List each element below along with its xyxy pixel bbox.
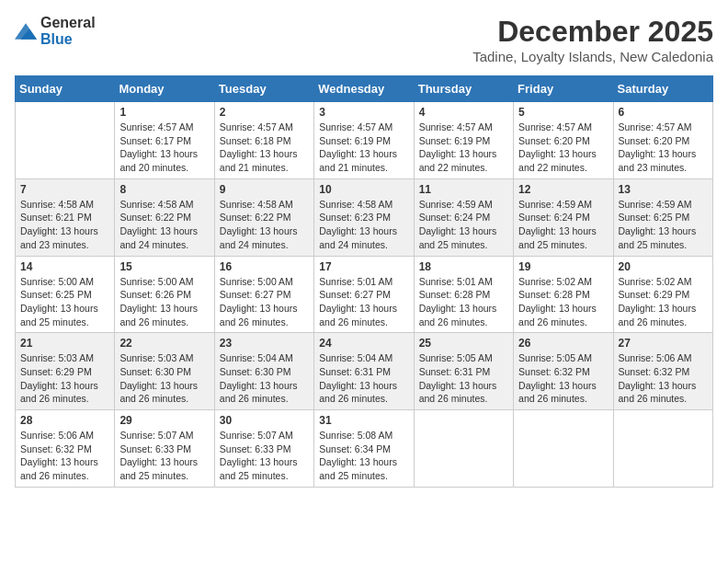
day-info: Sunrise: 4:58 AM Sunset: 6:21 PM Dayligh… — [20, 198, 109, 252]
weekday-header-monday: Monday — [115, 76, 214, 102]
calendar-cell: 13Sunrise: 4:59 AM Sunset: 6:25 PM Dayli… — [613, 178, 712, 256]
calendar-cell: 7Sunrise: 4:58 AM Sunset: 6:21 PM Daylig… — [16, 178, 115, 256]
logo-blue: Blue — [40, 31, 73, 47]
day-number: 17 — [319, 260, 408, 273]
calendar-cell: 1Sunrise: 4:57 AM Sunset: 6:17 PM Daylig… — [115, 102, 214, 179]
day-info: Sunrise: 5:06 AM Sunset: 6:32 PM Dayligh… — [20, 429, 109, 483]
calendar-week-row: 14Sunrise: 5:00 AM Sunset: 6:25 PM Dayli… — [16, 256, 713, 333]
day-info: Sunrise: 4:57 AM Sunset: 6:20 PM Dayligh… — [518, 121, 608, 175]
weekday-header-friday: Friday — [514, 76, 613, 102]
day-number: 20 — [619, 260, 708, 273]
calendar-cell — [514, 410, 613, 488]
day-info: Sunrise: 4:57 AM Sunset: 6:20 PM Dayligh… — [619, 121, 708, 175]
day-info: Sunrise: 4:57 AM Sunset: 6:18 PM Dayligh… — [220, 121, 309, 175]
calendar-cell: 30Sunrise: 5:07 AM Sunset: 6:33 PM Dayli… — [214, 410, 313, 488]
day-info: Sunrise: 5:03 AM Sunset: 6:29 PM Dayligh… — [20, 351, 109, 406]
logo-general: General — [40, 15, 96, 30]
calendar-cell: 15Sunrise: 5:00 AM Sunset: 6:26 PM Dayli… — [115, 256, 214, 333]
calendar-table: SundayMondayTuesdayWednesdayThursdayFrid… — [15, 75, 713, 488]
day-number: 1 — [119, 106, 209, 119]
day-info: Sunrise: 5:04 AM Sunset: 6:30 PM Dayligh… — [220, 351, 309, 406]
day-info: Sunrise: 5:05 AM Sunset: 6:31 PM Dayligh… — [419, 351, 508, 406]
day-number: 15 — [119, 260, 209, 273]
calendar-header-row: SundayMondayTuesdayWednesdayThursdayFrid… — [16, 76, 713, 102]
calendar-week-row: 21Sunrise: 5:03 AM Sunset: 6:29 PM Dayli… — [16, 333, 713, 410]
day-info: Sunrise: 5:00 AM Sunset: 6:26 PM Dayligh… — [119, 275, 209, 329]
weekday-header-saturday: Saturday — [613, 76, 712, 102]
day-number: 23 — [220, 337, 309, 350]
day-number: 13 — [619, 183, 708, 196]
calendar-cell: 27Sunrise: 5:06 AM Sunset: 6:32 PM Dayli… — [613, 333, 712, 410]
day-info: Sunrise: 5:02 AM Sunset: 6:29 PM Dayligh… — [619, 275, 708, 329]
calendar-cell: 31Sunrise: 5:08 AM Sunset: 6:34 PM Dayli… — [314, 410, 414, 488]
calendar-cell: 12Sunrise: 4:59 AM Sunset: 6:24 PM Dayli… — [514, 178, 613, 256]
day-info: Sunrise: 4:57 AM Sunset: 6:17 PM Dayligh… — [119, 121, 209, 175]
day-number: 26 — [518, 337, 608, 350]
calendar-cell: 11Sunrise: 4:59 AM Sunset: 6:24 PM Dayli… — [414, 178, 513, 256]
calendar-cell: 4Sunrise: 4:57 AM Sunset: 6:19 PM Daylig… — [414, 102, 513, 179]
calendar-cell: 17Sunrise: 5:01 AM Sunset: 6:27 PM Dayli… — [314, 256, 414, 333]
calendar-cell: 23Sunrise: 5:04 AM Sunset: 6:30 PM Dayli… — [214, 333, 313, 410]
calendar-cell: 10Sunrise: 4:58 AM Sunset: 6:23 PM Dayli… — [314, 178, 414, 256]
day-number: 30 — [220, 414, 309, 427]
day-info: Sunrise: 4:58 AM Sunset: 6:22 PM Dayligh… — [220, 198, 309, 252]
calendar-cell: 21Sunrise: 5:03 AM Sunset: 6:29 PM Dayli… — [16, 333, 115, 410]
calendar-cell: 20Sunrise: 5:02 AM Sunset: 6:29 PM Dayli… — [613, 256, 712, 333]
calendar-week-row: 28Sunrise: 5:06 AM Sunset: 6:32 PM Dayli… — [16, 410, 713, 488]
day-number: 21 — [20, 337, 109, 350]
day-info: Sunrise: 5:01 AM Sunset: 6:28 PM Dayligh… — [419, 275, 508, 329]
calendar-cell: 3Sunrise: 4:57 AM Sunset: 6:19 PM Daylig… — [314, 102, 414, 179]
calendar-cell: 16Sunrise: 5:00 AM Sunset: 6:27 PM Dayli… — [214, 256, 313, 333]
day-number: 12 — [518, 183, 608, 196]
calendar-cell: 26Sunrise: 5:05 AM Sunset: 6:32 PM Dayli… — [514, 333, 613, 410]
day-number: 14 — [20, 260, 109, 273]
calendar-cell: 22Sunrise: 5:03 AM Sunset: 6:30 PM Dayli… — [115, 333, 214, 410]
day-number: 16 — [220, 260, 309, 273]
logo: General Blue — [15, 15, 96, 48]
day-info: Sunrise: 5:07 AM Sunset: 6:33 PM Dayligh… — [220, 429, 309, 483]
calendar-week-row: 7Sunrise: 4:58 AM Sunset: 6:21 PM Daylig… — [16, 178, 713, 256]
day-number: 9 — [220, 183, 309, 196]
calendar-cell: 14Sunrise: 5:00 AM Sunset: 6:25 PM Dayli… — [16, 256, 115, 333]
calendar-cell: 28Sunrise: 5:06 AM Sunset: 6:32 PM Dayli… — [16, 410, 115, 488]
day-info: Sunrise: 5:03 AM Sunset: 6:30 PM Dayligh… — [119, 351, 209, 406]
day-info: Sunrise: 5:00 AM Sunset: 6:25 PM Dayligh… — [20, 275, 109, 329]
day-info: Sunrise: 4:58 AM Sunset: 6:22 PM Dayligh… — [119, 198, 209, 252]
calendar-cell — [414, 410, 513, 488]
calendar-cell: 6Sunrise: 4:57 AM Sunset: 6:20 PM Daylig… — [613, 102, 712, 179]
day-info: Sunrise: 4:59 AM Sunset: 6:24 PM Dayligh… — [518, 198, 608, 252]
calendar-cell: 9Sunrise: 4:58 AM Sunset: 6:22 PM Daylig… — [214, 178, 313, 256]
calendar-cell: 19Sunrise: 5:02 AM Sunset: 6:28 PM Dayli… — [514, 256, 613, 333]
day-info: Sunrise: 4:58 AM Sunset: 6:23 PM Dayligh… — [319, 198, 408, 252]
day-info: Sunrise: 5:00 AM Sunset: 6:27 PM Dayligh… — [220, 275, 309, 329]
day-number: 28 — [20, 414, 109, 427]
calendar-cell: 8Sunrise: 4:58 AM Sunset: 6:22 PM Daylig… — [115, 178, 214, 256]
day-info: Sunrise: 5:06 AM Sunset: 6:32 PM Dayligh… — [619, 351, 708, 406]
day-number: 7 — [20, 183, 109, 196]
day-number: 31 — [319, 414, 408, 427]
day-number: 25 — [419, 337, 508, 350]
day-number: 29 — [119, 414, 209, 427]
calendar-cell: 2Sunrise: 4:57 AM Sunset: 6:18 PM Daylig… — [214, 102, 313, 179]
calendar-cell: 25Sunrise: 5:05 AM Sunset: 6:31 PM Dayli… — [414, 333, 513, 410]
weekday-header-wednesday: Wednesday — [314, 76, 414, 102]
day-info: Sunrise: 5:08 AM Sunset: 6:34 PM Dayligh… — [319, 429, 408, 483]
day-info: Sunrise: 5:04 AM Sunset: 6:31 PM Dayligh… — [319, 351, 408, 406]
day-number: 22 — [119, 337, 209, 350]
weekday-header-sunday: Sunday — [16, 76, 115, 102]
day-info: Sunrise: 4:59 AM Sunset: 6:24 PM Dayligh… — [419, 198, 508, 252]
calendar-cell: 29Sunrise: 5:07 AM Sunset: 6:33 PM Dayli… — [115, 410, 214, 488]
day-number: 2 — [220, 106, 309, 119]
day-info: Sunrise: 4:57 AM Sunset: 6:19 PM Dayligh… — [319, 121, 408, 175]
day-info: Sunrise: 5:02 AM Sunset: 6:28 PM Dayligh… — [518, 275, 608, 329]
location-title: Tadine, Loyalty Islands, New Caledonia — [472, 49, 713, 64]
calendar-week-row: 1Sunrise: 4:57 AM Sunset: 6:17 PM Daylig… — [16, 102, 713, 179]
day-number: 5 — [518, 106, 608, 119]
day-number: 18 — [419, 260, 508, 273]
day-info: Sunrise: 5:05 AM Sunset: 6:32 PM Dayligh… — [518, 351, 608, 406]
day-info: Sunrise: 5:07 AM Sunset: 6:33 PM Dayligh… — [119, 429, 209, 483]
calendar-cell: 24Sunrise: 5:04 AM Sunset: 6:31 PM Dayli… — [314, 333, 414, 410]
day-number: 3 — [319, 106, 408, 119]
month-title: December 2025 — [472, 15, 713, 49]
day-number: 11 — [419, 183, 508, 196]
